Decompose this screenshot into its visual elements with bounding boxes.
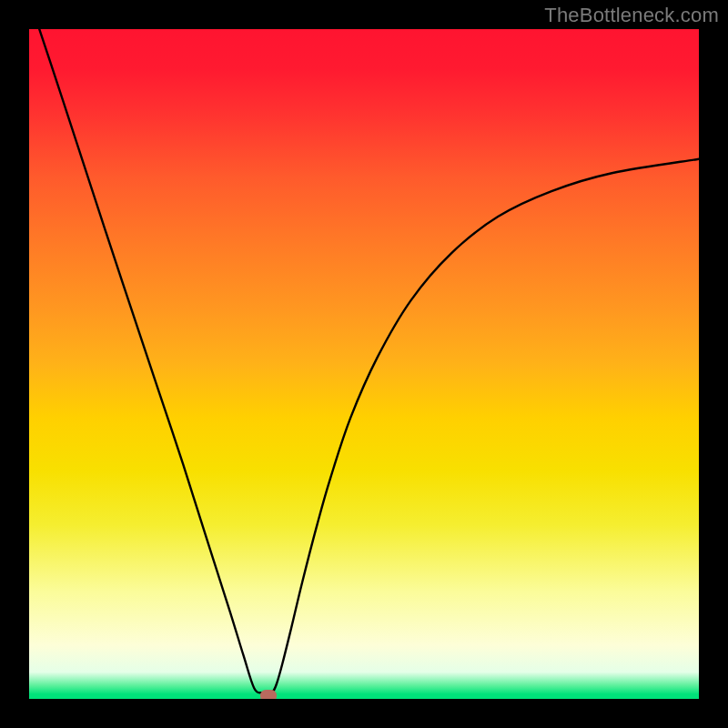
plot-area bbox=[29, 29, 699, 699]
optimal-point-marker bbox=[260, 690, 277, 699]
watermark-text: TheBottleneck.com bbox=[544, 4, 719, 27]
bottleneck-curve bbox=[29, 29, 699, 699]
chart-frame: TheBottleneck.com bbox=[0, 0, 728, 728]
